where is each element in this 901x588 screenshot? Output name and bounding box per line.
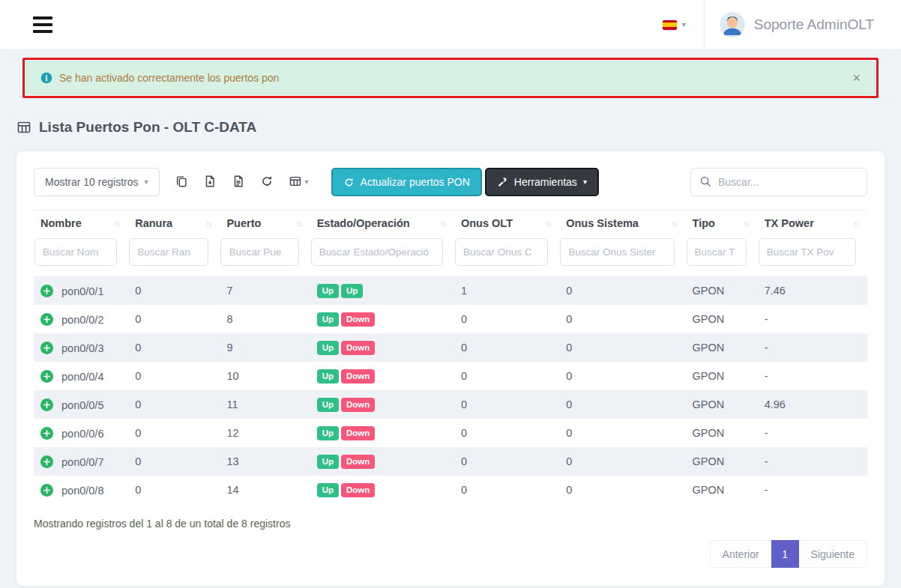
filter-input-puerto[interactable]: [220, 238, 298, 266]
filter-input-tx_power[interactable]: [759, 238, 856, 266]
expand-row-icon[interactable]: [40, 285, 53, 297]
reload-table-button[interactable]: [259, 173, 275, 192]
filter-input-nombre[interactable]: [34, 238, 117, 266]
sort-icon: ↑↓: [205, 219, 211, 228]
language-dropdown[interactable]: ▾: [663, 20, 704, 30]
tipo-cell: GPON: [686, 333, 758, 362]
table-row: pon0/0/4010UpDown00GPON-: [34, 362, 867, 390]
puerto-cell: 8: [220, 305, 310, 333]
column-header-tipo[interactable]: Tipo↑↓: [686, 210, 758, 237]
table-row: pon0/0/208UpDown00GPON-: [34, 305, 867, 333]
tipo-cell: GPON: [686, 419, 758, 447]
chevron-down-icon: ▾: [305, 178, 309, 186]
estado-badge: Up: [317, 426, 339, 440]
onus-olt-cell: 0: [454, 333, 559, 362]
alert-highlight-box: Se han activado correctamente los puerto…: [22, 58, 879, 98]
port-name: pon0/0/1: [61, 285, 103, 297]
column-visibility-icon: [289, 175, 302, 190]
refresh-pon-ports-label: Actualizar puertos PON: [361, 176, 470, 188]
menu-toggle-button[interactable]: [30, 13, 55, 36]
column-header-puerto[interactable]: Puerto↑↓: [220, 210, 310, 237]
column-header-onus_sistema[interactable]: Onus Sistema↑↓: [559, 210, 685, 237]
page-length-dropdown[interactable]: Mostrar 10 registros ▾: [34, 168, 160, 196]
table-icon: [16, 120, 31, 135]
pagination-previous[interactable]: Anterior: [710, 540, 772, 568]
filter-input-onus_olt[interactable]: [455, 238, 548, 266]
filter-input-onus_sistema[interactable]: [560, 238, 674, 266]
table-row: pon0/0/6012UpDown00GPON-: [34, 419, 867, 447]
column-visibility-button[interactable]: ▾: [287, 173, 310, 192]
chevron-down-icon: ▾: [144, 178, 148, 186]
search-box: [690, 168, 867, 196]
sort-icon: ↑↓: [744, 219, 749, 228]
port-name: pon0/0/8: [61, 485, 103, 497]
expand-row-icon[interactable]: [40, 455, 53, 468]
expand-row-icon[interactable]: [40, 484, 53, 497]
pagination-page-1[interactable]: 1: [771, 540, 799, 568]
column-header-onus_olt[interactable]: Onus OLT↑↓: [454, 210, 559, 237]
column-header-nombre[interactable]: Nombre↑↓: [34, 210, 128, 237]
column-label: Onus OLT: [461, 217, 513, 229]
onus-olt-cell: 0: [454, 419, 559, 447]
operacion-badge: Down: [341, 341, 375, 355]
search-input[interactable]: [690, 168, 867, 196]
ranura-cell: 0: [128, 333, 220, 362]
port-name: pon0/0/2: [61, 314, 103, 326]
estado-badge: Up: [317, 341, 339, 355]
table-row: pon0/0/5011UpDown00GPON4.96: [34, 390, 867, 419]
tipo-cell: GPON: [686, 362, 758, 390]
filter-input-estado[interactable]: [311, 238, 443, 266]
onus-sistema-cell: 0: [559, 333, 685, 362]
expand-row-icon[interactable]: [40, 427, 53, 440]
port-name: pon0/0/4: [61, 371, 103, 383]
filter-input-ranura[interactable]: [129, 238, 208, 266]
puerto-cell: 13: [220, 447, 310, 476]
onus-olt-cell: 0: [454, 305, 559, 333]
onus-olt-cell: 0: [454, 476, 559, 504]
user-menu[interactable]: Soporte AdminOLT: [705, 12, 874, 37]
column-header-estado[interactable]: Estado/Operación↑↓: [310, 210, 454, 237]
refresh-pon-ports-button[interactable]: Actualizar puertos PON: [331, 168, 482, 196]
export-excel-button[interactable]: [202, 173, 218, 192]
onus-olt-cell: 0: [454, 390, 559, 419]
export-file-button[interactable]: [230, 173, 247, 192]
onus-sistema-cell: 0: [559, 390, 685, 419]
tools-dropdown-button[interactable]: Herramientas ▾: [485, 168, 599, 196]
pon-ports-table: Nombre↑↓Ranura↑↓Puerto↑↓Estado/Operación…: [34, 210, 867, 504]
tipo-cell: GPON: [686, 276, 758, 305]
tools-label: Herramientas: [514, 176, 577, 188]
onus-sistema-cell: 0: [559, 276, 685, 305]
onus-olt-cell: 1: [454, 276, 559, 305]
puerto-cell: 7: [220, 276, 310, 305]
expand-row-icon[interactable]: [40, 370, 53, 383]
expand-row-icon[interactable]: [40, 313, 53, 326]
ranura-cell: 0: [128, 390, 220, 419]
copy-button[interactable]: [173, 173, 190, 192]
records-info: Mostrando registros del 1 al 8 de un tot…: [34, 518, 867, 530]
operacion-badge: Down: [341, 483, 375, 497]
onus-sistema-cell: 0: [559, 419, 685, 447]
ranura-cell: 0: [128, 419, 220, 447]
column-label: Estado/Operación: [317, 217, 410, 229]
pagination-next[interactable]: Siguiente: [798, 540, 867, 568]
copy-icon: [175, 175, 188, 190]
page-title: Lista Puertos Pon - OLT C-DATA: [16, 119, 901, 136]
header-row: Nombre↑↓Ranura↑↓Puerto↑↓Estado/Operación…: [34, 210, 867, 237]
pagination: Anterior 1 Siguiente: [710, 540, 867, 568]
filter-input-tipo[interactable]: [687, 238, 747, 266]
estado-badge: Up: [317, 398, 339, 412]
column-label: TX Power: [765, 217, 814, 229]
sort-icon: ↑↓: [296, 219, 301, 228]
column-header-ranura[interactable]: Ranura↑↓: [128, 210, 220, 237]
alert-close-button[interactable]: ×: [852, 71, 861, 85]
expand-row-icon[interactable]: [40, 342, 53, 354]
spain-flag-icon: [663, 20, 677, 30]
filter-row: [34, 237, 867, 276]
page-length-label: Mostrar 10 registros: [45, 176, 138, 188]
table-row: pon0/0/8014UpDown00GPON-: [34, 476, 867, 504]
column-header-tx_power[interactable]: TX Power↑↓: [758, 210, 867, 237]
tx-power-cell: -: [758, 333, 867, 362]
tx-power-cell: 7.46: [758, 276, 867, 305]
expand-row-icon[interactable]: [40, 398, 53, 411]
ranura-cell: 0: [128, 476, 220, 504]
